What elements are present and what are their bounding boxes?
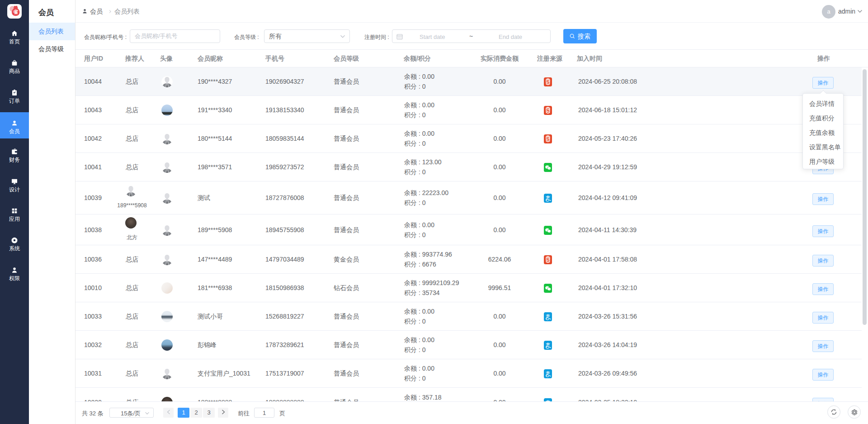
svg-text:省: 省 (13, 9, 18, 14)
